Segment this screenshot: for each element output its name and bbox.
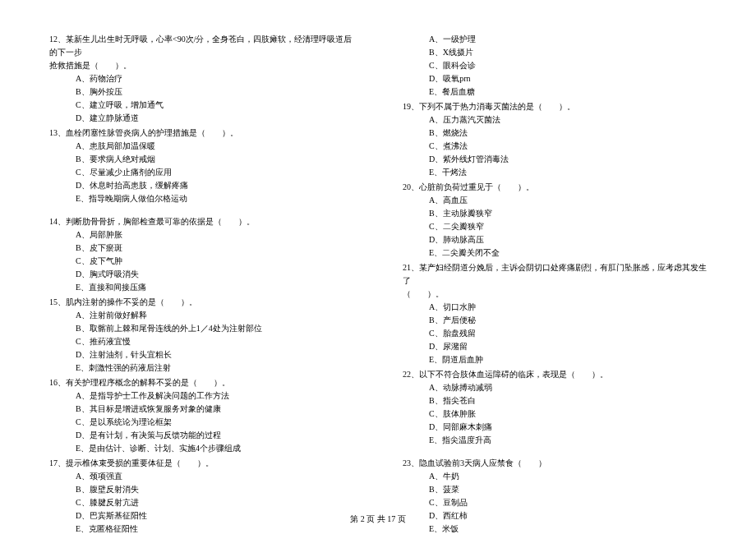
q13-text: 13、血栓闭塞性脉管炎病人的护理措施是（ ）。 — [49, 127, 353, 140]
q21-opt-e: E、阴道后血肿 — [429, 353, 707, 366]
q15-opt-c: C、推药液宜慢 — [76, 335, 353, 348]
q19-opt-d: D、紫外线灯管消毒法 — [429, 153, 707, 166]
q17-opt-a: A、颈项强直 — [76, 470, 353, 483]
q22-opt-d: D、同部麻木刺痛 — [429, 421, 707, 434]
page-footer: 第 2 页 共 17 页 — [0, 513, 756, 526]
q19-opt-a: A、压力蒸汽灭菌法 — [429, 113, 707, 127]
question-18-opts: A、一级护理 B、X线摄片 C、眼科会诊 D、吸氧prn E、餐后血糖 — [403, 33, 707, 99]
question-22: 22、以下不符合肢体血运障碍的临床，表现是（ ）。 A、动脉搏动减弱 B、指尖苍… — [403, 368, 707, 447]
q21-opt-c: C、胎盘残留 — [429, 327, 707, 340]
q15-opt-e: E、刺激性强的药液后注射 — [76, 361, 353, 375]
spacer — [403, 449, 707, 457]
question-19: 19、下列不属于热力消毒灭菌法的是（ ）。 A、压力蒸汽灭菌法 B、燃烧法 C、… — [403, 100, 707, 179]
q18-opt-e: E、餐后血糖 — [429, 85, 707, 99]
q21-line2: （ ）。 — [403, 288, 707, 301]
q17-opt-b: B、腹壁反射消失 — [76, 483, 353, 496]
q21-opt-a: A、切口水肿 — [429, 301, 707, 314]
question-16: 16、有关护理程序概念的解释不妥的是（ ）。 A、是指导护士工作及解决问题的工作… — [49, 376, 353, 455]
q21-line1: 21、某产妇经阴道分娩后，主诉会阴切口处疼痛剧烈，有肛门坠胀感，应考虑其发生了 — [403, 261, 707, 288]
q19-opt-c: C、煮沸法 — [429, 140, 707, 153]
q23-opt-c: C、豆制品 — [429, 496, 707, 509]
page-content: 12、某新生儿出生时无呼吸，心率<90次/分，全身苍白，四肢瘫软，经清理呼吸道后… — [0, 0, 756, 501]
question-15: 15、肌内注射的操作不妥的是（ ）。 A、注射前做好解释 B、取髂前上棘和尾骨连… — [49, 296, 353, 375]
question-21: 21、某产妇经阴道分娩后，主诉会阴切口处疼痛剧烈，有肛门坠胀感，应考虑其发生了 … — [403, 261, 707, 366]
q15-opt-b: B、取髂前上棘和尾骨连线的外上1／4处为注射部位 — [76, 322, 353, 335]
q14-opt-b: B、皮下瘀斑 — [76, 242, 353, 255]
q20-opt-b: B、主动脉瓣狭窄 — [429, 207, 707, 220]
q18-opt-c: C、眼科会诊 — [429, 59, 707, 72]
q20-opt-a: A、高血压 — [429, 194, 707, 207]
q16-text: 16、有关护理程序概念的解释不妥的是（ ）。 — [49, 376, 353, 389]
q22-opt-b: B、指尖苍白 — [429, 394, 707, 407]
question-13: 13、血栓闭塞性脉管炎病人的护理措施是（ ）。 A、患肢局部加温保暖 B、要求病… — [49, 127, 353, 205]
q15-opt-a: A、注射前做好解释 — [76, 309, 353, 322]
q23-opt-b: B、菠菜 — [429, 483, 707, 496]
q13-opt-a: A、患肢局部加温保暖 — [76, 140, 353, 153]
q14-opt-c: C、皮下气肿 — [76, 255, 353, 268]
right-column: A、一级护理 B、X线摄片 C、眼科会诊 D、吸氧prn E、餐后血糖 19、下… — [378, 33, 715, 485]
q12-line2: 抢救措施是（ ）。 — [49, 59, 353, 72]
q15-opt-d: D、注射油剂，针头宜粗长 — [76, 348, 353, 361]
q14-opt-a: A、局部肿胀 — [76, 228, 353, 242]
q23-opt-a: A、牛奶 — [429, 470, 707, 483]
q20-opt-c: C、二尖瓣狭窄 — [429, 220, 707, 233]
q12-line1: 12、某新生儿出生时无呼吸，心率<90次/分，全身苍白，四肢瘫软，经清理呼吸道后… — [49, 33, 353, 59]
q16-opt-e: E、是由估计、诊断、计划、实施4个步骤组成 — [76, 442, 353, 455]
q20-opt-e: E、二尖瓣关闭不全 — [429, 246, 707, 260]
q16-opt-a: A、是指导护士工作及解决问题的工作方法 — [76, 389, 353, 403]
q22-opt-c: C、肢体肿胀 — [429, 407, 707, 421]
q15-text: 15、肌内注射的操作不妥的是（ ）。 — [49, 296, 353, 309]
q19-text: 19、下列不属于热力消毒灭菌法的是（ ）。 — [403, 100, 707, 113]
q12-opt-c: C、建立呼吸，增加通气 — [76, 99, 353, 112]
q21-opt-d: D、尿潴留 — [429, 340, 707, 353]
q13-opt-d: D、休息时抬高患肢，缓解疼痛 — [76, 179, 353, 192]
q14-text: 14、判断肋骨骨折，胸部检查最可靠的依据是（ ）。 — [49, 215, 353, 228]
q12-opt-b: B、胸外按压 — [76, 85, 353, 99]
q18-opt-d: D、吸氧prn — [429, 72, 707, 85]
q18-opt-b: B、X线摄片 — [429, 46, 707, 59]
q16-opt-b: B、其目标是增进或恢复服务对象的健康 — [76, 403, 353, 416]
question-12: 12、某新生儿出生时无呼吸，心率<90次/分，全身苍白，四肢瘫软，经清理呼吸道后… — [49, 33, 353, 125]
q19-opt-e: E、干烤法 — [429, 166, 707, 179]
q14-opt-d: D、胸式呼吸消失 — [76, 268, 353, 281]
q22-text: 22、以下不符合肢体血运障碍的临床，表现是（ ）。 — [403, 368, 707, 381]
q18-opt-a: A、一级护理 — [429, 33, 707, 46]
left-column: 12、某新生儿出生时无呼吸，心率<90次/分，全身苍白，四肢瘫软，经清理呼吸道后… — [41, 33, 378, 485]
q22-opt-a: A、动脉搏动减弱 — [429, 381, 707, 394]
q20-text: 20、心脏前负荷过重见于（ ）。 — [403, 181, 707, 194]
q16-opt-d: D、是有计划，有决策与反馈功能的过程 — [76, 429, 353, 442]
q21-opt-b: B、产后便秘 — [429, 314, 707, 327]
q17-text: 17、提示椎体束受损的重要体征是（ ）。 — [49, 457, 353, 470]
q19-opt-b: B、燃烧法 — [429, 127, 707, 140]
question-20: 20、心脏前负荷过重见于（ ）。 A、高血压 B、主动脉瓣狭窄 C、二尖瓣狭窄 … — [403, 181, 707, 260]
q23-text: 23、隐血试验前3天病人应禁食（ ） — [403, 457, 707, 470]
question-14: 14、判断肋骨骨折，胸部检查最可靠的依据是（ ）。 A、局部肿胀 B、皮下瘀斑 … — [49, 215, 353, 294]
q13-opt-c: C、尽量减少止痛剂的应用 — [76, 166, 353, 179]
q20-opt-d: D、肺动脉高压 — [429, 233, 707, 246]
q17-opt-c: C、膝腱反射亢进 — [76, 496, 353, 509]
q13-opt-e: E、指导晚期病人做伯尔格运动 — [76, 192, 353, 205]
q12-opt-a: A、药物治疗 — [76, 72, 353, 85]
q14-opt-e: E、直接和间接压痛 — [76, 281, 353, 294]
q12-opt-d: D、建立静脉通道 — [76, 112, 353, 125]
q13-opt-b: B、要求病人绝对戒烟 — [76, 153, 353, 166]
q16-opt-c: C、是以系统论为理论框架 — [76, 416, 353, 429]
q22-opt-e: E、指尖温度升高 — [429, 434, 707, 447]
spacer — [49, 207, 353, 215]
